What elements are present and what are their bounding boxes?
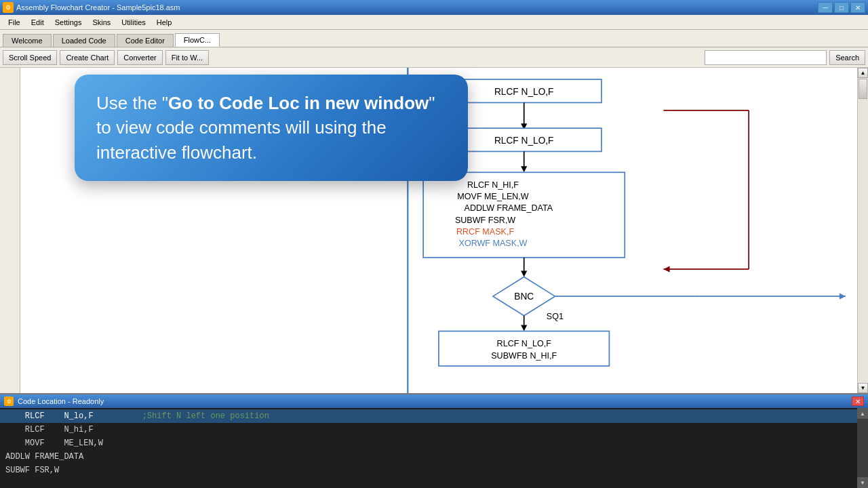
code-panel-titlebar: ⚙ Code Location - Readonly ✕ (0, 394, 868, 408)
svg-marker-30 (521, 325, 527, 331)
tooltip-overlay: Use the "Go to Code Loc in new window" t… (75, 75, 468, 181)
maximize-button[interactable]: □ (834, 2, 849, 13)
tab-code-editor[interactable]: Code Editor (117, 34, 174, 47)
close-button[interactable]: ✕ (850, 2, 865, 13)
code-panel-icon: ⚙ (4, 396, 14, 406)
flowchart-canvas[interactable]: Use the "Go to Code Loc in new window" t… (20, 68, 857, 393)
code-location-panel: ⚙ Code Location - Readonly ✕ RLCF N_lo,F… (0, 393, 868, 488)
svg-text:RLCF N_HI,F: RLCF N_HI,F (467, 180, 519, 190)
main-area: Use the "Go to Code Loc in new window" t… (0, 68, 868, 393)
tab-loaded-code[interactable]: Loaded Code (53, 34, 115, 47)
code-line: RLCF N_hi,F (0, 423, 868, 436)
search-group: Search (705, 50, 865, 65)
svg-marker-13 (521, 166, 527, 172)
svg-text:RLCF  N_LO,F: RLCF N_LO,F (494, 87, 554, 97)
code-line: ADDLW FRAME_DATA (0, 450, 868, 464)
tooltip-bold: Go to Code Loc in new window (168, 93, 429, 113)
svg-text:SUBWF FSR,W: SUBWF FSR,W (455, 216, 515, 225)
scroll-down-button[interactable]: ▼ (858, 383, 868, 393)
code-panel-scrollbar[interactable]: ▲ ▼ (857, 408, 868, 488)
code-scroll-up[interactable]: ▲ (857, 408, 868, 419)
scroll-speed-button[interactable]: Scroll Speed (3, 50, 57, 65)
svg-text:RLCF  N_LO,F: RLCF N_LO,F (494, 136, 554, 146)
svg-text:MOVF ME_LEN,W: MOVF ME_LEN,W (457, 192, 529, 201)
toolbar: Scroll Speed Create Chart Converter Fit … (0, 47, 868, 68)
code-line: RLCF N_lo,F ;Shift N left one position (0, 409, 868, 423)
code-line (0, 477, 868, 488)
search-button[interactable]: Search (829, 50, 865, 65)
tabbar: Welcome Loaded Code Code Editor FlowC... (0, 30, 868, 47)
code-panel-title: Code Location - Readonly (18, 397, 104, 405)
left-panel (0, 68, 20, 393)
fit-to-w-button[interactable]: Fit to W... (165, 50, 209, 65)
titlebar: ⚙ Assembly Flowchart Creator - Sample5pi… (0, 0, 868, 15)
svg-text:RLCF N_LO,F: RLCF N_LO,F (497, 339, 552, 348)
create-chart-button[interactable]: Create Chart (60, 50, 115, 65)
svg-text:RRCF MASK,F: RRCF MASK,F (456, 227, 514, 237)
code-line: MOVF ME_LEN,W (0, 436, 868, 450)
menu-skins[interactable]: Skins (87, 17, 116, 28)
menubar: File Edit Settings Skins Utilities Help (0, 15, 868, 30)
code-panel-content[interactable]: RLCF N_lo,F ;Shift N left one position R… (0, 408, 868, 488)
menu-edit[interactable]: Edit (26, 17, 50, 28)
code-comment: ;Shift N left one position (142, 411, 269, 421)
menu-help[interactable]: Help (151, 17, 178, 28)
svg-text:SQ1: SQ1 (547, 312, 564, 321)
converter-button[interactable]: Converter (117, 50, 162, 65)
vertical-scrollbar[interactable]: ▲ ▼ (857, 68, 868, 393)
window-title: Assembly Flowchart Creator - Sample5pic1… (16, 3, 818, 12)
svg-marker-9 (663, 266, 669, 272)
svg-text:BNC: BNC (514, 291, 534, 302)
code-line: SUBWF FSR,W (0, 464, 868, 477)
svg-text:XORWF MASK,W: XORWF MASK,W (459, 239, 528, 248)
menu-utilities[interactable]: Utilities (116, 17, 151, 28)
scroll-thumb[interactable] (859, 79, 867, 99)
svg-text:ADDLW FRAME_DATA: ADDLW FRAME_DATA (465, 203, 553, 213)
scroll-track (858, 78, 868, 383)
tab-welcome[interactable]: Welcome (3, 34, 52, 47)
svg-text:SUBWFB N_HI,F: SUBWFB N_HI,F (491, 351, 557, 361)
code-scroll-down[interactable]: ▼ (857, 477, 868, 488)
minimize-button[interactable]: ─ (818, 2, 833, 13)
code-panel-close-button[interactable]: ✕ (852, 396, 864, 406)
menu-file[interactable]: File (3, 17, 26, 28)
scroll-up-button[interactable]: ▲ (858, 68, 868, 78)
menu-settings[interactable]: Settings (50, 17, 87, 28)
svg-marker-22 (521, 270, 527, 277)
search-input[interactable] (705, 50, 827, 65)
tab-flowchart[interactable]: FlowC... (175, 33, 220, 47)
window-controls: ─ □ ✕ (818, 2, 865, 13)
app-icon: ⚙ (3, 2, 14, 13)
